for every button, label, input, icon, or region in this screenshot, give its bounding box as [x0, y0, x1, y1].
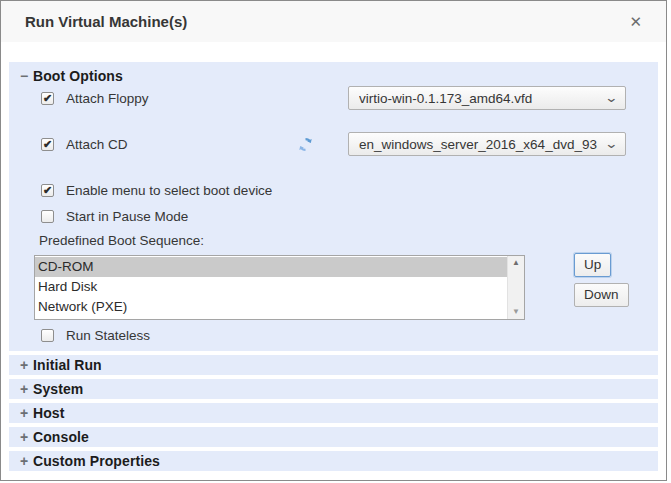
attach-cd-row: ✔ Attach CD en_windows_server_2016_x64_d… — [9, 132, 658, 156]
up-button[interactable]: Up — [574, 253, 611, 277]
start-pause-row: Start in Pause Mode — [9, 209, 658, 224]
section-header-boot-options[interactable]: − Boot Options — [9, 65, 658, 84]
boot-sequence-listbox[interactable]: CD-ROM Hard Disk Network (PXE) ▲ ▼ — [34, 255, 525, 320]
enable-menu-label: Enable menu to select boot device — [66, 183, 272, 198]
expand-icon: + — [20, 382, 32, 396]
section-title: Boot Options — [33, 68, 123, 84]
section-title: Host — [33, 405, 65, 421]
chevron-down-icon: ⌄ — [604, 93, 618, 103]
run-vm-dialog: Run Virtual Machine(s) ✕ − Boot Options … — [0, 0, 667, 481]
close-icon[interactable]: ✕ — [627, 12, 644, 31]
attach-cd-value: en_windows_server_2016_x64_dvd_93 — [359, 137, 600, 152]
enable-menu-checkbox[interactable]: ✔ — [41, 184, 54, 197]
chevron-down-icon: ⌄ — [604, 139, 618, 149]
section-header-initial-run[interactable]: + Initial Run — [9, 355, 658, 375]
list-item[interactable]: Network (PXE) — [35, 297, 507, 317]
enable-menu-row: ✔ Enable menu to select boot device — [9, 183, 658, 198]
dialog-header: Run Virtual Machine(s) ✕ — [1, 1, 666, 42]
section-header-system[interactable]: + System — [9, 379, 658, 399]
start-pause-checkbox[interactable] — [41, 210, 54, 223]
boot-options-panel: − Boot Options ✔ Attach Floppy virtio-wi… — [9, 62, 658, 351]
section-title: Console — [33, 429, 89, 445]
start-pause-label: Start in Pause Mode — [66, 209, 188, 224]
run-stateless-row: Run Stateless — [9, 328, 658, 343]
refresh-icon[interactable] — [298, 137, 313, 152]
section-title: Custom Properties — [33, 453, 160, 469]
dialog-body: − Boot Options ✔ Attach Floppy virtio-wi… — [1, 42, 666, 471]
scroll-down-icon[interactable]: ▼ — [512, 308, 520, 316]
attach-cd-select[interactable]: en_windows_server_2016_x64_dvd_93 ⌄ — [348, 132, 626, 156]
section-header-console[interactable]: + Console — [9, 427, 658, 447]
attach-floppy-value: virtio-win-0.1.173_amd64.vfd — [359, 91, 600, 106]
run-stateless-checkbox[interactable] — [41, 329, 54, 342]
collapse-icon: − — [20, 69, 32, 83]
boot-sequence-label: Predefined Boot Sequence: — [9, 233, 658, 248]
attach-cd-checkbox[interactable]: ✔ — [41, 138, 54, 151]
list-item[interactable]: CD-ROM — [35, 257, 507, 277]
attach-cd-label: Attach CD — [66, 137, 128, 152]
dialog-title: Run Virtual Machine(s) — [25, 13, 627, 30]
expand-icon: + — [20, 454, 32, 468]
expand-icon: + — [20, 406, 32, 420]
updown-buttons: Up Down — [574, 253, 629, 320]
boot-sequence-area: CD-ROM Hard Disk Network (PXE) ▲ ▼ Up Do… — [9, 255, 658, 320]
expand-icon: + — [20, 430, 32, 444]
section-header-custom-properties[interactable]: + Custom Properties — [9, 451, 658, 471]
section-title: System — [33, 381, 83, 397]
boot-sequence-items: CD-ROM Hard Disk Network (PXE) — [35, 256, 507, 319]
attach-floppy-select[interactable]: virtio-win-0.1.173_amd64.vfd ⌄ — [348, 86, 626, 110]
scroll-up-icon[interactable]: ▲ — [512, 259, 520, 267]
listbox-scrollbar[interactable]: ▲ ▼ — [507, 256, 524, 319]
attach-floppy-row: ✔ Attach Floppy virtio-win-0.1.173_amd64… — [9, 86, 658, 110]
list-item[interactable]: Hard Disk — [35, 277, 507, 297]
run-stateless-label: Run Stateless — [66, 328, 150, 343]
expand-icon: + — [20, 358, 32, 372]
section-header-host[interactable]: + Host — [9, 403, 658, 423]
attach-floppy-checkbox[interactable]: ✔ — [41, 92, 54, 105]
attach-floppy-label: Attach Floppy — [66, 91, 149, 106]
section-title: Initial Run — [33, 357, 102, 373]
down-button[interactable]: Down — [574, 283, 629, 307]
